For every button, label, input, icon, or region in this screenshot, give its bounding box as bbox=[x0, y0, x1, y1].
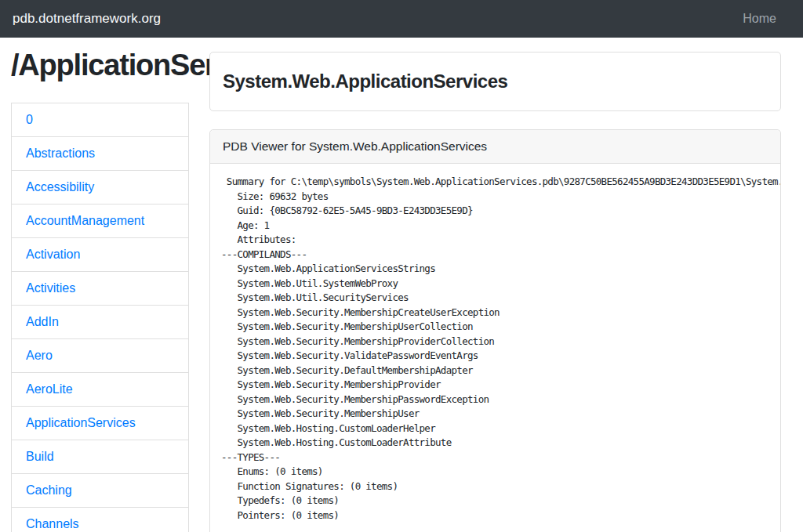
sidebar-item-link[interactable]: Accessibility bbox=[11, 170, 189, 204]
sidebar-item-link[interactable]: Aero bbox=[11, 338, 189, 373]
assembly-title: System.Web.ApplicationServices bbox=[223, 71, 768, 92]
assembly-title-card: System.Web.ApplicationServices bbox=[209, 52, 781, 111]
sidebar-item-link[interactable]: Channels bbox=[11, 507, 189, 532]
sidebar-item-link[interactable]: 0 bbox=[11, 103, 189, 137]
pdb-viewer-body: Summary for C:\temp\symbols\System.Web.A… bbox=[210, 164, 780, 532]
sidebar-list: 0 Abstractions Accessibility AccountMana… bbox=[11, 103, 189, 532]
main-content: System.Web.ApplicationServices PDB Viewe… bbox=[209, 52, 781, 532]
sidebar-item-link[interactable]: Caching bbox=[11, 473, 189, 508]
sidebar-item-link[interactable]: Abstractions bbox=[11, 136, 189, 171]
pdb-summary-text: Summary for C:\temp\symbols\System.Web.A… bbox=[221, 175, 769, 523]
sidebar-item-link[interactable]: Activation bbox=[11, 237, 189, 272]
sidebar-item-link[interactable]: Build bbox=[11, 440, 189, 474]
sidebar-item-link[interactable]: AeroLite bbox=[11, 372, 189, 407]
sidebar-item-link[interactable]: AccountManagement bbox=[11, 204, 189, 238]
navbar-brand-link[interactable]: pdb.dotnetframework.org bbox=[13, 11, 161, 27]
navbar-home-link[interactable]: Home bbox=[743, 12, 776, 26]
top-navbar: pdb.dotnetframework.org Home bbox=[0, 0, 803, 38]
pdb-viewer-header: PDB Viewer for System.Web.ApplicationSer… bbox=[210, 130, 780, 164]
sidebar-item-link[interactable]: ApplicationServices bbox=[11, 406, 189, 440]
sidebar-item-link[interactable]: Activities bbox=[11, 271, 189, 306]
sidebar-item-link[interactable]: AddIn bbox=[11, 305, 189, 339]
pdb-viewer-card: PDB Viewer for System.Web.ApplicationSer… bbox=[209, 129, 781, 532]
